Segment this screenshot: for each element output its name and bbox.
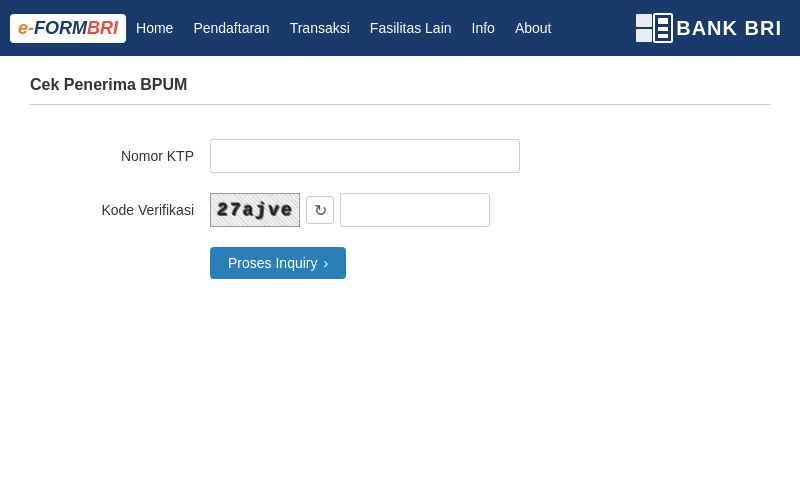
nav-pendaftaran[interactable]: Pendaftaran: [193, 20, 269, 36]
brand-e: e-: [18, 18, 34, 39]
kode-verifikasi-group: Kode Verifikasi 27ajve ↻: [50, 193, 750, 227]
bank-bri-logo: BANK BRI: [624, 6, 790, 50]
refresh-icon: ↻: [314, 201, 327, 220]
svg-rect-6: [658, 34, 668, 38]
divider: [30, 104, 770, 105]
navbar: e-FORMBRI Home Pendaftaran Transaksi Fas…: [0, 0, 800, 56]
brand-bri-text: BRI: [87, 18, 118, 39]
nomor-ktp-label: Nomor KTP: [50, 148, 210, 164]
brand-logo[interactable]: e-FORMBRI: [10, 14, 126, 43]
kode-verifikasi-label: Kode Verifikasi: [50, 202, 210, 218]
nav-transaksi[interactable]: Transaksi: [290, 20, 350, 36]
bank-bri-label: BANK BRI: [676, 17, 782, 40]
captcha-refresh-button[interactable]: ↻: [306, 196, 334, 224]
nav-links: Home Pendaftaran Transaksi Fasilitas Lai…: [136, 20, 624, 36]
proses-inquiry-label: Proses Inquiry: [228, 255, 317, 271]
nomor-ktp-group: Nomor KTP: [50, 139, 750, 173]
brand-form: FORM: [34, 18, 87, 39]
proses-inquiry-button[interactable]: Proses Inquiry ›: [210, 247, 346, 279]
main-content: Cek Penerima BPUM Nomor KTP Kode Verifik…: [0, 56, 800, 309]
page-title: Cek Penerima BPUM: [30, 76, 770, 94]
svg-rect-5: [658, 27, 668, 31]
bri-logo-icon: [632, 10, 676, 46]
nomor-ktp-input[interactable]: [210, 139, 520, 173]
chevron-right-icon: ›: [323, 255, 328, 271]
captcha-input[interactable]: [340, 193, 490, 227]
captcha-image: 27ajve: [210, 193, 300, 227]
nav-fasilitas-lain[interactable]: Fasilitas Lain: [370, 20, 452, 36]
svg-rect-4: [658, 18, 668, 24]
nav-home[interactable]: Home: [136, 20, 173, 36]
nav-info[interactable]: Info: [472, 20, 495, 36]
captcha-row: 27ajve ↻: [210, 193, 490, 227]
form-container: Nomor KTP Kode Verifikasi 27ajve ↻ Prose…: [30, 129, 770, 289]
captcha-text: 27ajve: [216, 200, 295, 220]
nav-about[interactable]: About: [515, 20, 552, 36]
svg-rect-1: [636, 14, 652, 27]
svg-rect-2: [636, 29, 652, 42]
